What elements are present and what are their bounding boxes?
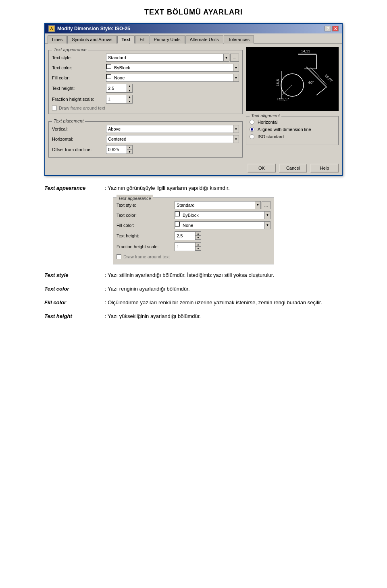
radio-aligned-label: Aligned with dimension line — [258, 127, 311, 132]
fill-color-row: Fill color: None ▼ — [52, 74, 239, 82]
svg-text:16,6: 16,6 — [276, 79, 280, 86]
vertical-select[interactable]: Above ▼ — [106, 125, 239, 133]
radio-aligned[interactable] — [250, 127, 254, 132]
fraction-height-spinner: 1 ▲ ▼ — [106, 95, 133, 104]
radio-horizontal[interactable] — [250, 120, 254, 125]
mini-text-color-select[interactable]: ByBlock ▼ — [175, 211, 270, 219]
ok-button[interactable]: OK — [248, 164, 276, 172]
text-height-down[interactable]: ▼ — [127, 88, 132, 92]
fill-color-select[interactable]: None ▼ — [106, 74, 239, 82]
text-height-input[interactable]: 2.5 — [106, 84, 127, 92]
tab-primary[interactable]: Primary Units — [150, 35, 185, 44]
tab-symbols[interactable]: Symbols and Arrows — [67, 35, 117, 44]
tab-text[interactable]: Text — [117, 35, 135, 44]
mini-text-color-value: ByBlock — [181, 212, 264, 219]
vertical-row: Vertical: Above ▼ — [52, 125, 239, 133]
dialog-title: Modify Dimension Style: ISO-25 — [57, 26, 130, 31]
text-appearance-term: Text appearance — [44, 184, 101, 193]
draw-frame-row: Draw frame around text — [52, 106, 239, 110]
vertical-label: Vertical: — [52, 127, 104, 131]
help-titlebar-button[interactable]: ? — [325, 26, 331, 31]
svg-text:14,11: 14,11 — [301, 49, 310, 53]
offset-row: Offset from dim line: 0.625 ▲ ▼ — [52, 145, 239, 154]
text-placement-group: Text placement Vertical: Above ▼ Horizon… — [48, 121, 243, 158]
mini-fraction-spinner-btns: ▲ ▼ — [195, 243, 201, 251]
help-button[interactable]: Help — [310, 164, 339, 172]
text-height-spinner-btns: ▲ ▼ — [127, 84, 132, 92]
mini-fill-color-value: None — [181, 222, 264, 229]
fraction-height-down[interactable]: ▼ — [127, 99, 132, 103]
horizontal-select[interactable]: Centered ▼ — [106, 135, 239, 143]
fill-color-value: None — [112, 74, 233, 81]
horizontal-label: Horizontal: — [52, 137, 104, 141]
text-style-desc: : Yazı stilinin ayarlandığı bölümdür. İs… — [105, 271, 343, 280]
vertical-value: Above — [106, 125, 233, 133]
fraction-height-spinner-btns: ▲ ▼ — [127, 95, 132, 103]
text-style-arrow[interactable]: ▼ — [223, 54, 229, 61]
close-button[interactable]: ✕ — [332, 26, 339, 31]
text-height-spinner: 2.5 ▲ ▼ — [106, 84, 133, 93]
mini-fill-color-arrow[interactable]: ▼ — [264, 222, 270, 229]
tab-tolerances[interactable]: Tolerances — [224, 35, 254, 44]
text-style-row: Text style: Standard ▼ ... — [52, 54, 239, 62]
fill-color-term: Fill color — [44, 298, 101, 307]
radio-iso[interactable] — [250, 134, 254, 139]
fraction-height-row: Fraction height scale: 1 ▲ ▼ — [52, 95, 239, 104]
fraction-height-up[interactable]: ▲ — [127, 95, 132, 99]
svg-text:60°: 60° — [308, 81, 314, 85]
bottom-content: Text appearance : Yazının görünüşüyle il… — [44, 184, 343, 321]
text-height-up[interactable]: ▲ — [127, 84, 132, 88]
dialog-footer: OK Cancel Help — [45, 161, 342, 175]
text-color-select[interactable]: ByBlock ▼ — [106, 64, 239, 72]
mini-text-color-arrow[interactable]: ▼ — [264, 212, 270, 219]
vertical-arrow[interactable]: ▼ — [233, 125, 239, 133]
text-style-section: Text style : Yazı stilinin ayarlandığı b… — [44, 271, 343, 280]
text-style-control: Standard ▼ ... — [106, 54, 239, 62]
mini-text-height-down[interactable]: ▼ — [195, 236, 201, 240]
app-icon-label: A — [50, 27, 53, 31]
text-style-select[interactable]: Standard ▼ — [106, 54, 229, 62]
fraction-height-input[interactable]: 1 — [106, 95, 127, 103]
fill-color-desc: : Ölçülendirme yazıları renkli bir zemin… — [105, 298, 343, 307]
fraction-height-control: 1 ▲ ▼ — [106, 95, 239, 104]
tab-alternate[interactable]: Alternate Units — [185, 35, 223, 44]
fill-color-label: Fill color: — [52, 75, 104, 80]
text-appearance-group: Text appearance Text style: Standard ▼ .… — [48, 50, 243, 114]
tab-lines[interactable]: Lines — [48, 35, 67, 44]
svg-text:R11,17: R11,17 — [277, 97, 289, 101]
mini-fraction-row: Fraction height scale: 1 ▲ ▼ — [117, 242, 270, 251]
text-alignment-group: Text alignment Horizontal Aligned with d… — [246, 116, 339, 145]
mini-draw-frame-checkbox[interactable] — [117, 254, 121, 259]
mini-fraction-down[interactable]: ▼ — [195, 247, 201, 251]
offset-down[interactable]: ▼ — [127, 150, 132, 154]
text-color-term: Text color — [44, 285, 101, 293]
mini-fill-color-select[interactable]: None ▼ — [175, 221, 270, 229]
mini-panel-title: Text appearance — [117, 195, 153, 202]
mini-text-style-label: Text style: — [117, 202, 173, 209]
offset-input[interactable]: 0.625 — [106, 145, 127, 154]
text-style-term: Text style — [44, 271, 101, 280]
mini-text-style-browse[interactable]: ... — [262, 201, 270, 209]
offset-up[interactable]: ▲ — [127, 145, 132, 150]
text-color-arrow[interactable]: ▼ — [233, 64, 239, 71]
text-appearance-desc: : Yazının görünüşüyle ilgili ayarların y… — [105, 184, 343, 193]
fill-color-arrow[interactable]: ▼ — [233, 74, 239, 81]
mini-text-style-arrow[interactable]: ▼ — [255, 202, 260, 209]
text-color-row: Text color: ByBlock ▼ — [52, 64, 239, 72]
text-style-browse[interactable]: ... — [230, 54, 239, 62]
mini-text-height-input[interactable]: 2.5 — [175, 232, 195, 240]
text-color-swatch — [106, 64, 111, 69]
mini-fraction-input[interactable]: 1 — [175, 243, 195, 251]
text-height-control: 2.5 ▲ ▼ — [106, 84, 239, 93]
horizontal-arrow[interactable]: ▼ — [233, 135, 239, 143]
tab-fit[interactable]: Fit — [135, 35, 149, 44]
horizontal-control: Centered ▼ — [106, 135, 239, 143]
preview-svg: 14,11 16,6 R11,17 28,07 60° — [246, 47, 339, 111]
text-style-label: Text style: — [52, 55, 104, 60]
mini-text-style-select[interactable]: Standard ▼ — [175, 201, 261, 209]
draw-frame-checkbox[interactable] — [52, 106, 57, 110]
cancel-button[interactable]: Cancel — [279, 164, 307, 172]
tabs-row: Lines Symbols and Arrows Text Fit Primar… — [45, 33, 342, 44]
text-style-value: Standard — [106, 54, 223, 61]
mini-fraction-control: 1 ▲ ▼ — [175, 242, 270, 251]
